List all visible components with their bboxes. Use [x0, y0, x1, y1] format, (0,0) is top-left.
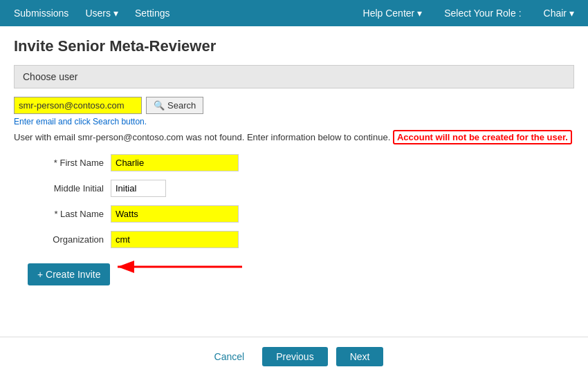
red-arrow-annotation: [111, 253, 249, 281]
choose-user-section: Choose user: [14, 65, 574, 88]
organization-label: Organization: [28, 234, 111, 245]
nav-submissions[interactable]: Submissions: [7, 2, 75, 24]
help-dropdown-icon: ▾: [417, 8, 422, 19]
last-name-row: * Last Name: [28, 205, 574, 223]
hint-text: Enter email and click Search button.: [14, 117, 574, 126]
nav-users[interactable]: Users ▾: [78, 2, 125, 24]
nav-chair[interactable]: Chair ▾: [537, 2, 581, 24]
not-found-message: User with email smr-person@contoso.com w…: [14, 131, 574, 144]
account-warning: Account will not be created for the user…: [393, 130, 572, 144]
middle-initial-row: Middle Initial: [28, 180, 574, 197]
navbar: Submissions Users ▾ Settings Help Center…: [0, 0, 588, 26]
middle-initial-label: Middle Initial: [28, 183, 111, 194]
email-search-row: 🔍 Search: [14, 97, 574, 114]
navbar-right: Help Center ▾ Select Your Role : Chair ▾: [356, 2, 581, 24]
navbar-left: Submissions Users ▾ Settings: [7, 2, 177, 24]
page-content: Invite Senior Meta-Reviewer Choose user …: [0, 26, 588, 308]
last-name-label: * Last Name: [28, 209, 111, 219]
nav-select-role-label: Select Your Role :: [437, 2, 528, 24]
bottom-bar: Cancel Previous Next: [0, 337, 588, 376]
first-name-label: * First Name: [28, 158, 111, 168]
nav-settings[interactable]: Settings: [128, 2, 177, 24]
cancel-button[interactable]: Cancel: [205, 347, 255, 366]
users-dropdown-icon: ▾: [113, 8, 118, 19]
organization-input[interactable]: [111, 231, 239, 248]
middle-initial-input[interactable]: [111, 180, 166, 197]
search-icon: 🔍: [154, 100, 165, 111]
create-invite-button[interactable]: + Create Invite: [28, 263, 110, 285]
nav-help-center[interactable]: Help Center ▾: [356, 2, 430, 24]
first-name-input[interactable]: [111, 154, 239, 171]
first-name-row: * First Name: [28, 154, 574, 171]
page-title: Invite Senior Meta-Reviewer: [14, 37, 574, 55]
email-input[interactable]: [14, 97, 142, 114]
organization-row: Organization: [28, 231, 574, 248]
previous-button[interactable]: Previous: [262, 347, 327, 366]
next-button[interactable]: Next: [336, 347, 384, 366]
create-invite-wrapper: + Create Invite: [28, 256, 110, 297]
chair-dropdown-icon: ▾: [569, 8, 574, 19]
last-name-input[interactable]: [111, 205, 239, 223]
search-button[interactable]: 🔍 Search: [146, 97, 203, 114]
